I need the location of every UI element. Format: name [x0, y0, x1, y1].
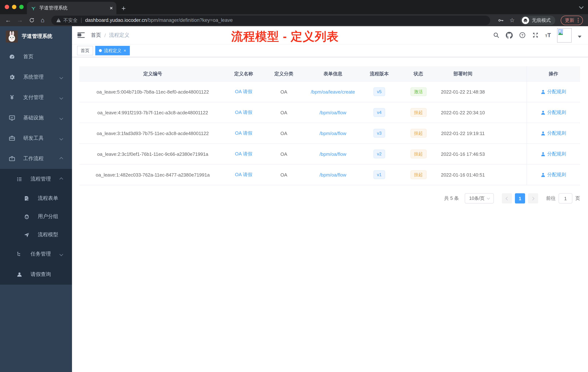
tag-process-definition[interactable]: 流程定义 × [95, 46, 130, 55]
sidebar-item-process-form[interactable]: 流程表单 [0, 189, 72, 208]
assign-rule-button[interactable]: 分配规则 [541, 130, 566, 136]
prev-page-button[interactable] [502, 193, 512, 203]
help-icon[interactable]: ? [519, 32, 526, 39]
assign-rule-button[interactable]: 分配规则 [541, 88, 566, 95]
assign-rule-button[interactable]: 分配规则 [541, 171, 566, 178]
favicon-sprout-icon [31, 5, 36, 11]
back-button[interactable]: ← [5, 17, 11, 23]
definition-category: OA [261, 123, 306, 143]
table-row: oa_leave:4:991f2193-7b7f-11ec-a3c8-acde4… [79, 102, 580, 123]
goto-page-input[interactable] [558, 193, 572, 203]
sidebar-item-process-model[interactable]: 流程模型 [0, 226, 72, 244]
breadcrumb: 首页 / 流程定义 [91, 32, 129, 38]
sidebar-item-leave-query[interactable]: 请假查询 [0, 264, 72, 285]
group-icon [23, 213, 30, 220]
breadcrumb-home[interactable]: 首页 [91, 32, 101, 38]
tab-close-icon[interactable]: × [110, 5, 113, 11]
yen-icon: ¥ [9, 94, 15, 101]
version-tag: v3 [373, 129, 385, 138]
reload-button[interactable] [28, 17, 35, 24]
fullscreen-icon[interactable] [532, 32, 539, 39]
sidebar-item-task-management[interactable]: 任务管理 [0, 244, 72, 264]
logo-avatar [6, 30, 18, 42]
definition-name-link[interactable]: OA 请假 [235, 130, 252, 136]
avatar[interactable] [557, 28, 572, 42]
github-icon[interactable] [506, 32, 513, 39]
list-icon [16, 176, 22, 182]
table-row: oa_leave:1:482ec033-762a-11ec-8477-a2380… [79, 164, 580, 185]
tab-search-chevron-icon[interactable] [579, 4, 583, 9]
window-controls [5, 5, 24, 9]
forward-button[interactable]: → [17, 17, 23, 23]
form-info-link[interactable]: /bpm/oa/flow [319, 172, 346, 177]
address-bar[interactable]: 不安全 dashboard.yudao.iocoder.cn/bpm/manag… [52, 15, 490, 25]
broken-image-icon [558, 29, 564, 35]
sidebar-item-process-management[interactable]: 流程管理 [0, 169, 72, 189]
sidebar-item-home[interactable]: 首页 [0, 47, 72, 67]
tag-home[interactable]: 首页 [77, 46, 93, 55]
form-info-link[interactable]: /bpm/oa/flow [319, 131, 346, 136]
new-tab-button[interactable]: + [121, 5, 126, 12]
tag-close-icon[interactable]: × [124, 48, 126, 53]
screen: 芋道管理系统 × + ← → ⌂ 不安全 dashboard.yudao.ioc… [0, 0, 588, 372]
table-header: 定义编号 定义名称 定义分类 表单信息 流程版本 状态 部署时间 操作 [79, 66, 580, 82]
sidebar-item-user-group[interactable]: 用户分组 [0, 208, 72, 226]
definition-id: oa_leave:4:991f2193-7b7f-11ec-a3c8-acde4… [79, 102, 226, 123]
form-info-link[interactable]: /bpm/oa/leave/create [311, 89, 355, 94]
sidebar-item-system[interactable]: 系统管理 [0, 67, 72, 87]
password-key-icon[interactable] [497, 17, 504, 24]
browser-menu-icon[interactable] [578, 18, 578, 22]
browser-tab[interactable]: 芋道管理系统 × [27, 2, 116, 14]
close-window-button[interactable] [5, 5, 9, 9]
col-definition-category: 定义分类 [261, 66, 306, 81]
definition-name-link[interactable]: OA 请假 [235, 171, 252, 178]
bookmark-star-icon[interactable]: ☆ [509, 17, 515, 24]
col-filler [488, 66, 526, 81]
sidebar-toggle-button[interactable] [77, 32, 85, 38]
definition-category: OA [261, 102, 306, 123]
next-page-button[interactable] [528, 193, 538, 203]
security-label[interactable]: 不安全 [63, 17, 78, 23]
page-size-select[interactable]: 10条/页 [465, 193, 494, 203]
monitor-icon [9, 115, 15, 121]
page-number-button[interactable]: 1 [515, 193, 525, 203]
sidebar-item-dev-tools[interactable]: 研发工具 [0, 128, 72, 149]
version-tag: v1 [373, 170, 385, 179]
definition-id: oa_leave:1:482ec033-762a-11ec-8477-a2380… [79, 164, 226, 185]
search-icon[interactable] [493, 32, 500, 39]
col-definition-id: 定义编号 [79, 66, 226, 81]
definition-name-link[interactable]: OA 请假 [235, 88, 252, 95]
deploy-time: 2022-01-22 19:19:11 [437, 123, 488, 143]
chevron-left-icon [506, 197, 509, 200]
sidebar-item-workflow[interactable]: 工作流程 [0, 149, 72, 169]
tab-title: 芋道管理系统 [39, 5, 107, 11]
assign-rule-button[interactable]: 分配规则 [541, 151, 566, 157]
font-size-icon[interactable]: TT [545, 32, 551, 38]
home-button[interactable]: ⌂ [41, 17, 44, 23]
form-info-link[interactable]: /bpm/oa/flow [319, 110, 346, 115]
page-unit-label: 页 [575, 195, 580, 202]
definition-name-link[interactable]: OA 请假 [235, 151, 252, 157]
user-icon [541, 110, 546, 115]
tree-icon [16, 251, 22, 257]
maximize-window-button[interactable] [19, 5, 24, 9]
definition-id: oa_leave:3:1fad3d93-7b75-11ec-a3c8-acde4… [79, 123, 226, 143]
url-path: /bpm/manager/definition?key=oa_leave [147, 17, 233, 23]
page-url[interactable]: dashboard.yudao.iocoder.cn/bpm/manager/d… [85, 17, 233, 23]
chevron-down-icon [59, 136, 63, 140]
col-actions: 操作 [526, 66, 580, 81]
sidebar-logo[interactable]: 芋道管理系统 [0, 26, 72, 47]
browser-update-button[interactable]: 更新 [561, 15, 583, 25]
avatar-dropdown-caret-icon[interactable] [578, 36, 581, 40]
definition-name-link[interactable]: OA 请假 [235, 109, 252, 116]
status-badge: 挂起 [410, 150, 426, 158]
sidebar-item-infrastructure[interactable]: 基础设施 [0, 108, 72, 128]
minimize-window-button[interactable] [12, 5, 16, 9]
form-info-link[interactable]: /bpm/oa/flow [319, 151, 346, 157]
assign-rule-button[interactable]: 分配规则 [541, 109, 566, 116]
chevron-down-icon [487, 196, 490, 199]
sidebar-item-payment[interactable]: ¥ 支付管理 [0, 87, 72, 108]
chevron-down-icon [59, 252, 63, 256]
dashboard-icon [9, 54, 15, 60]
browser-tab-strip: 芋道管理系统 × + [0, 0, 588, 14]
